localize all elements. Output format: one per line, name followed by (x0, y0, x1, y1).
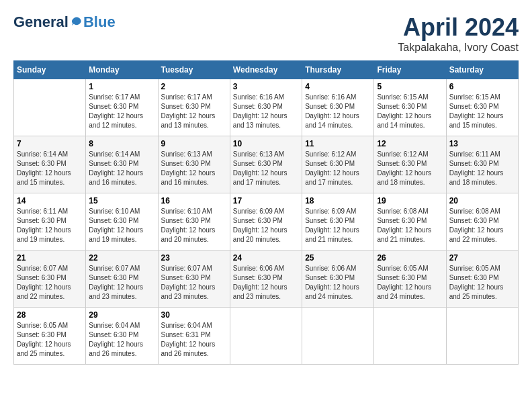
day-number: 24 (233, 253, 299, 263)
day-number: 2 (161, 82, 227, 91)
day-info: Sunrise: 6:10 AM Sunset: 6:30 PM Dayligh… (89, 207, 154, 244)
logo: General Blue (13, 13, 116, 31)
calendar-cell: 4Sunrise: 6:16 AM Sunset: 6:30 PM Daylig… (302, 79, 374, 136)
calendar-cell: 15Sunrise: 6:10 AM Sunset: 6:30 PM Dayli… (86, 193, 158, 250)
day-info: Sunrise: 6:06 AM Sunset: 6:30 PM Dayligh… (305, 264, 371, 302)
logo-blue: Blue (83, 13, 116, 31)
weekday-header-wednesday: Wednesday (230, 61, 302, 79)
weekday-header-saturday: Saturday (446, 61, 518, 79)
day-number: 23 (161, 253, 227, 263)
calendar-cell: 2Sunrise: 6:17 AM Sunset: 6:30 PM Daylig… (158, 79, 230, 136)
calendar-cell: 1Sunrise: 6:17 AM Sunset: 6:30 PM Daylig… (86, 79, 158, 136)
calendar-cell: 7Sunrise: 6:14 AM Sunset: 6:30 PM Daylig… (14, 136, 86, 193)
day-info: Sunrise: 6:05 AM Sunset: 6:30 PM Dayligh… (377, 264, 443, 302)
day-number: 4 (305, 82, 371, 91)
calendar-cell (446, 308, 518, 365)
day-info: Sunrise: 6:06 AM Sunset: 6:30 PM Dayligh… (233, 264, 299, 302)
calendar-cell: 14Sunrise: 6:11 AM Sunset: 6:30 PM Dayli… (14, 193, 86, 250)
day-number: 15 (89, 196, 154, 205)
logo-general: General (13, 13, 69, 31)
day-info: Sunrise: 6:17 AM Sunset: 6:30 PM Dayligh… (89, 93, 154, 130)
day-number: 27 (449, 253, 515, 263)
logo-bird-icon (70, 15, 83, 29)
day-info: Sunrise: 6:04 AM Sunset: 6:30 PM Dayligh… (89, 321, 154, 359)
calendar-cell: 24Sunrise: 6:06 AM Sunset: 6:30 PM Dayli… (230, 250, 302, 308)
day-number: 10 (233, 139, 299, 148)
title-block: April 2024 Takpalakaha, Ivory Coast (398, 13, 519, 54)
month-title: April 2024 (398, 13, 519, 42)
day-number: 7 (17, 139, 83, 148)
day-info: Sunrise: 6:07 AM Sunset: 6:30 PM Dayligh… (89, 264, 154, 302)
day-number: 16 (161, 196, 227, 205)
calendar-cell (374, 308, 446, 365)
calendar-table: SundayMondayTuesdayWednesdayThursdayFrid… (13, 60, 519, 365)
day-info: Sunrise: 6:08 AM Sunset: 6:30 PM Dayligh… (377, 207, 443, 244)
calendar-cell: 17Sunrise: 6:09 AM Sunset: 6:30 PM Dayli… (230, 193, 302, 250)
calendar-week-5: 28Sunrise: 6:05 AM Sunset: 6:30 PM Dayli… (14, 308, 519, 365)
day-info: Sunrise: 6:07 AM Sunset: 6:30 PM Dayligh… (161, 264, 227, 302)
day-number: 29 (89, 310, 154, 320)
day-info: Sunrise: 6:13 AM Sunset: 6:30 PM Dayligh… (161, 150, 227, 187)
calendar-cell: 30Sunrise: 6:04 AM Sunset: 6:31 PM Dayli… (158, 308, 230, 365)
day-number: 22 (89, 253, 154, 263)
day-info: Sunrise: 6:05 AM Sunset: 6:30 PM Dayligh… (17, 321, 83, 359)
day-number: 19 (377, 196, 443, 205)
day-info: Sunrise: 6:15 AM Sunset: 6:30 PM Dayligh… (377, 93, 443, 130)
weekday-header-thursday: Thursday (302, 61, 374, 79)
day-info: Sunrise: 6:09 AM Sunset: 6:30 PM Dayligh… (233, 207, 299, 244)
calendar-cell: 8Sunrise: 6:14 AM Sunset: 6:30 PM Daylig… (86, 136, 158, 193)
day-number: 26 (377, 253, 443, 263)
calendar-week-4: 21Sunrise: 6:07 AM Sunset: 6:30 PM Dayli… (14, 250, 519, 308)
day-number: 13 (449, 139, 515, 148)
day-number: 5 (377, 82, 443, 91)
page-header: General Blue April 2024 Takpalakaha, Ivo… (13, 13, 519, 54)
day-info: Sunrise: 6:17 AM Sunset: 6:30 PM Dayligh… (161, 93, 227, 130)
day-info: Sunrise: 6:15 AM Sunset: 6:30 PM Dayligh… (449, 93, 515, 130)
calendar-cell: 11Sunrise: 6:12 AM Sunset: 6:30 PM Dayli… (302, 136, 374, 193)
calendar-cell: 9Sunrise: 6:13 AM Sunset: 6:30 PM Daylig… (158, 136, 230, 193)
day-number: 20 (449, 196, 515, 205)
day-info: Sunrise: 6:07 AM Sunset: 6:30 PM Dayligh… (17, 264, 83, 302)
day-number: 6 (449, 82, 515, 91)
day-number: 30 (161, 310, 227, 320)
calendar-cell (14, 79, 86, 136)
day-number: 25 (305, 253, 371, 263)
day-info: Sunrise: 6:08 AM Sunset: 6:30 PM Dayligh… (449, 207, 515, 244)
day-info: Sunrise: 6:14 AM Sunset: 6:30 PM Dayligh… (17, 150, 83, 187)
day-number: 1 (89, 82, 154, 91)
day-info: Sunrise: 6:11 AM Sunset: 6:30 PM Dayligh… (449, 150, 515, 187)
day-info: Sunrise: 6:10 AM Sunset: 6:30 PM Dayligh… (161, 207, 227, 244)
day-info: Sunrise: 6:04 AM Sunset: 6:31 PM Dayligh… (161, 321, 227, 359)
day-info: Sunrise: 6:12 AM Sunset: 6:30 PM Dayligh… (305, 150, 371, 187)
calendar-cell: 16Sunrise: 6:10 AM Sunset: 6:30 PM Dayli… (158, 193, 230, 250)
day-number: 9 (161, 139, 227, 148)
calendar-cell: 19Sunrise: 6:08 AM Sunset: 6:30 PM Dayli… (374, 193, 446, 250)
day-info: Sunrise: 6:09 AM Sunset: 6:30 PM Dayligh… (305, 207, 371, 244)
day-info: Sunrise: 6:16 AM Sunset: 6:30 PM Dayligh… (233, 93, 299, 130)
calendar-cell: 27Sunrise: 6:05 AM Sunset: 6:30 PM Dayli… (446, 250, 518, 308)
calendar-cell: 18Sunrise: 6:09 AM Sunset: 6:30 PM Dayli… (302, 193, 374, 250)
calendar-week-1: 1Sunrise: 6:17 AM Sunset: 6:30 PM Daylig… (14, 79, 519, 136)
weekday-header-friday: Friday (374, 61, 446, 79)
calendar-cell (230, 308, 302, 365)
location: Takpalakaha, Ivory Coast (398, 42, 519, 54)
day-number: 14 (17, 196, 83, 205)
day-number: 8 (89, 139, 154, 148)
calendar-cell: 3Sunrise: 6:16 AM Sunset: 6:30 PM Daylig… (230, 79, 302, 136)
calendar-cell: 28Sunrise: 6:05 AM Sunset: 6:30 PM Dayli… (14, 308, 86, 365)
calendar-cell: 6Sunrise: 6:15 AM Sunset: 6:30 PM Daylig… (446, 79, 518, 136)
calendar-cell: 29Sunrise: 6:04 AM Sunset: 6:30 PM Dayli… (86, 308, 158, 365)
weekday-header-monday: Monday (86, 61, 158, 79)
calendar-cell: 20Sunrise: 6:08 AM Sunset: 6:30 PM Dayli… (446, 193, 518, 250)
day-number: 17 (233, 196, 299, 205)
calendar-cell (302, 308, 374, 365)
day-info: Sunrise: 6:14 AM Sunset: 6:30 PM Dayligh… (89, 150, 154, 187)
calendar-cell: 25Sunrise: 6:06 AM Sunset: 6:30 PM Dayli… (302, 250, 374, 308)
day-number: 11 (305, 139, 371, 148)
weekday-header-row: SundayMondayTuesdayWednesdayThursdayFrid… (14, 61, 519, 79)
day-info: Sunrise: 6:16 AM Sunset: 6:30 PM Dayligh… (305, 93, 371, 130)
day-number: 28 (17, 310, 83, 320)
calendar-cell: 26Sunrise: 6:05 AM Sunset: 6:30 PM Dayli… (374, 250, 446, 308)
calendar-cell: 10Sunrise: 6:13 AM Sunset: 6:30 PM Dayli… (230, 136, 302, 193)
calendar-cell: 12Sunrise: 6:12 AM Sunset: 6:30 PM Dayli… (374, 136, 446, 193)
